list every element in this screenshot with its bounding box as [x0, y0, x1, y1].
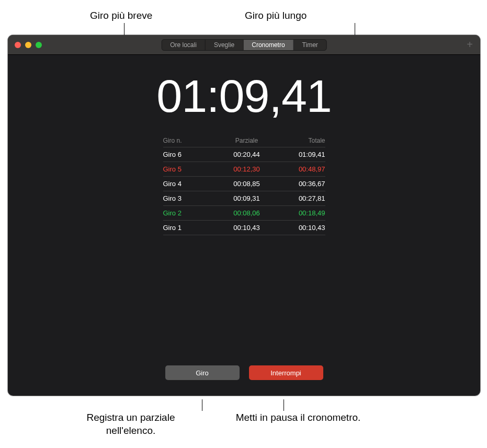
traffic-lights	[8, 42, 42, 48]
lap-name: Giro 5	[163, 165, 221, 173]
tab-bar: Ore locali Sveglie Cronometro Timer	[161, 39, 327, 51]
close-icon[interactable]	[15, 42, 21, 48]
lap-total: 00:27,81	[273, 194, 325, 202]
lap-table-header: Giro n. Parziale Totale	[163, 134, 325, 147]
tab-stopwatch[interactable]: Cronometro	[243, 40, 293, 50]
clock-app-window: Ore locali Sveglie Cronometro Timer + 01…	[8, 35, 480, 396]
table-row: Giro 100:10,4300:10,43	[163, 221, 325, 235]
stop-button[interactable]: Interrompi	[249, 365, 323, 380]
header-total: Totale	[273, 137, 325, 144]
lap-total: 00:36,67	[273, 180, 325, 188]
lap-button[interactable]: Giro	[165, 365, 240, 380]
table-row: Giro 400:08,8500:36,67	[163, 177, 325, 191]
lap-table: Giro n. Parziale Totale Giro 600:20,4401…	[163, 134, 325, 235]
tab-world-clock[interactable]: Ore locali	[162, 40, 206, 50]
table-row: Giro 600:20,4401:09,41	[163, 147, 325, 162]
titlebar: Ore locali Sveglie Cronometro Timer +	[8, 35, 480, 55]
lap-split: 00:20,44	[221, 151, 273, 158]
lap-name: Giro 6	[163, 151, 221, 158]
lap-total: 00:48,97	[273, 165, 325, 173]
callout-shortest-lap: Giro più breve	[90, 9, 152, 22]
lap-split: 00:10,43	[221, 224, 273, 232]
plus-icon[interactable]: +	[467, 39, 473, 51]
callout-lap-button: Registra un parziale nell'elenco.	[63, 411, 199, 437]
table-row: Giro 500:12,3000:48,97	[163, 162, 325, 177]
header-lap: Giro n.	[163, 137, 221, 144]
tab-alarms[interactable]: Sveglie	[206, 40, 243, 50]
lap-total: 00:10,43	[273, 224, 325, 232]
lap-split: 00:08,06	[221, 209, 273, 217]
button-row: Giro Interrompi	[165, 365, 323, 380]
lap-split: 00:08,85	[221, 180, 273, 188]
maximize-icon[interactable]	[36, 42, 42, 48]
stopwatch-content: 01:09,41 Giro n. Parziale Totale Giro 60…	[8, 55, 480, 235]
elapsed-time: 01:09,41	[156, 70, 332, 123]
table-row: Giro 300:09,3100:27,81	[163, 191, 325, 206]
callout-stop-button: Metti in pausa il cronometro.	[233, 411, 364, 424]
lap-split: 00:09,31	[221, 194, 273, 202]
lap-total: 00:18,49	[273, 209, 325, 217]
lap-name: Giro 2	[163, 209, 221, 217]
lap-split: 00:12,30	[221, 165, 273, 173]
tab-timer[interactable]: Timer	[294, 40, 326, 50]
lap-name: Giro 3	[163, 194, 221, 202]
lap-name: Giro 4	[163, 180, 221, 188]
lap-total: 01:09,41	[273, 151, 325, 158]
minimize-icon[interactable]	[25, 42, 31, 48]
lap-name: Giro 1	[163, 224, 221, 232]
callout-longest-lap: Giro più lungo	[245, 9, 307, 22]
header-split: Parziale	[221, 137, 273, 144]
table-row: Giro 200:08,0600:18,49	[163, 206, 325, 221]
